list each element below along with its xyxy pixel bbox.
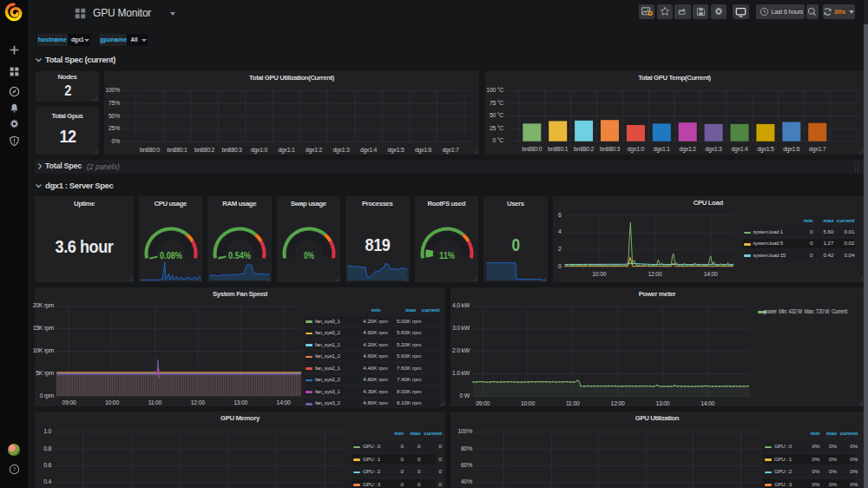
svg-text:?: ?: [13, 466, 16, 472]
svg-text:11%: 11%: [439, 250, 456, 260]
svg-text:0.08%: 0.08%: [160, 250, 183, 260]
svg-text:0.54%: 0.54%: [228, 250, 252, 260]
svg-text:0%: 0%: [304, 250, 315, 260]
